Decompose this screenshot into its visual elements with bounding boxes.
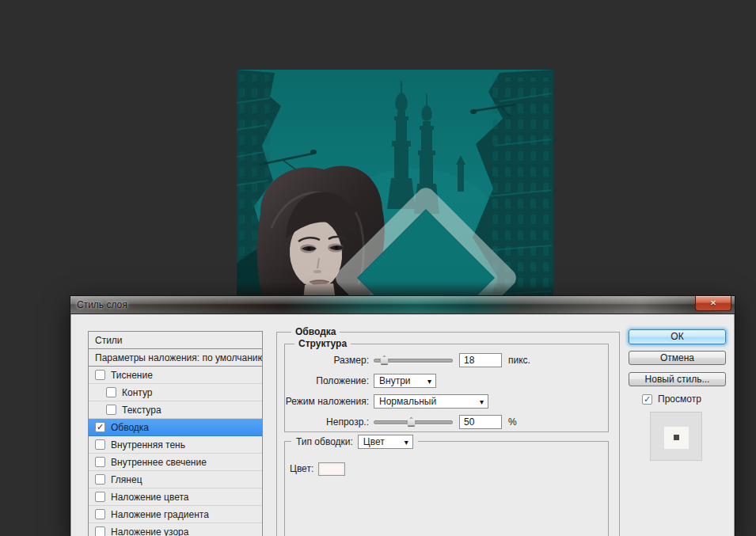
size-unit: пикс. — [508, 355, 530, 366]
opacity-row: Непрозр.: % — [285, 414, 608, 430]
document-canvas — [237, 70, 553, 317]
chevron-down-icon: ▾ — [427, 374, 431, 388]
fill-type-label: Тип обводки: — [296, 436, 358, 447]
opacity-slider-thumb[interactable] — [406, 417, 416, 427]
item-label: Наложение цвета — [111, 492, 188, 503]
size-row: Размер: пикс. — [285, 352, 608, 368]
chevron-down-icon: ▾ — [405, 435, 408, 449]
sidebar-item-внутренняя-тень[interactable]: Внутренняя тень — [89, 436, 262, 454]
position-label: Положение: — [285, 375, 374, 386]
size-input[interactable] — [459, 353, 502, 367]
cancel-button[interactable]: Отмена — [629, 351, 726, 365]
new-style-button[interactable]: Новый стиль... — [629, 372, 726, 386]
blend-mode-dropdown[interactable]: Нормальный ▾ — [374, 394, 488, 409]
item-label: Контур — [122, 387, 152, 398]
item-checkbox[interactable] — [106, 405, 116, 415]
sidebar-item-контур[interactable]: Контур — [89, 384, 262, 401]
style-preview-fill — [674, 435, 679, 440]
opacity-label: Непрозр.: — [285, 416, 374, 428]
item-label: Наложение градиента — [111, 509, 209, 520]
preview-checkbox-row[interactable]: ✓ Просмотр — [642, 393, 701, 405]
structure-group-title: Структура — [294, 338, 351, 349]
item-checkbox[interactable] — [95, 474, 105, 485]
size-slider[interactable] — [374, 354, 453, 367]
sidebar-item-внутреннее-свечение[interactable]: Внутреннее свечение — [89, 454, 262, 471]
item-label: Обводка — [111, 422, 149, 433]
item-checkbox[interactable] — [95, 439, 105, 450]
size-slider-thumb[interactable] — [379, 355, 389, 365]
item-checkbox[interactable] — [95, 370, 105, 380]
layer-style-dialog: Стиль слоя ✕ СтилиПараметры наложения: п… — [70, 295, 735, 536]
item-checkbox[interactable] — [95, 509, 105, 519]
layer-style-list: СтилиПараметры наложения: по умолчаниюТи… — [88, 331, 263, 536]
fill-type-dropdown[interactable]: Цвет ▾ — [358, 435, 413, 449]
style-preview-thumbnail — [650, 412, 702, 461]
check-icon: ✓ — [644, 394, 651, 404]
blend-mode-label: Режим наложения: — [285, 396, 374, 407]
item-checkbox[interactable] — [95, 457, 105, 467]
dialog-title: Стиль слоя — [77, 299, 127, 310]
structure-group: Структура Размер: пикс. Положение: Внутр… — [284, 344, 609, 432]
opacity-slider[interactable] — [374, 416, 453, 428]
sidebar-item-обводка[interactable]: ✓Обводка — [89, 419, 262, 436]
fill-type-value: Цвет — [363, 436, 385, 447]
preview-checkbox[interactable]: ✓ — [642, 394, 652, 405]
preview-label: Просмотр — [658, 393, 701, 405]
sidebar-item-глянец[interactable]: Глянец — [89, 471, 262, 488]
item-label: Стили — [95, 335, 123, 346]
canvas-artwork — [237, 70, 553, 317]
position-row: Положение: Внутри ▾ — [285, 373, 608, 389]
item-label: Тиснение — [111, 370, 153, 381]
item-checkbox[interactable] — [95, 526, 105, 536]
opacity-input[interactable] — [459, 415, 502, 429]
stroke-color-swatch[interactable] — [318, 462, 345, 476]
item-label: Глянец — [111, 474, 142, 485]
stroke-group-title: Обводка — [291, 326, 340, 337]
item-label: Внутренняя тень — [111, 439, 185, 450]
item-checkbox[interactable] — [95, 492, 105, 502]
sidebar-item-стили[interactable]: Стили — [89, 332, 262, 349]
size-label: Размер: — [285, 355, 374, 366]
close-icon: ✕ — [710, 298, 716, 307]
position-dropdown[interactable]: Внутри ▾ — [374, 374, 436, 388]
blend-mode-value: Нормальный — [379, 396, 436, 407]
close-button[interactable]: ✕ — [695, 296, 731, 311]
blend-mode-row: Режим наложения: Нормальный ▾ — [285, 393, 608, 409]
ok-button[interactable]: ОК — [629, 329, 726, 344]
item-label: Наложение узора — [111, 526, 188, 536]
item-label: Внутреннее свечение — [111, 457, 207, 468]
dialog-titlebar[interactable]: Стиль слоя — [70, 296, 735, 314]
item-label: Текстура — [122, 405, 161, 416]
sidebar-item-параметры-наложения-по-умолчанию[interactable]: Параметры наложения: по умолчанию — [89, 349, 262, 367]
style-preview-stroke — [664, 427, 689, 449]
color-row: Цвет: — [290, 461, 345, 477]
chevron-down-icon: ▾ — [480, 395, 484, 409]
fill-type-group: Тип обводки: Цвет ▾ Цвет: — [284, 441, 609, 536]
item-checkbox[interactable] — [106, 387, 116, 397]
sidebar-item-наложение-градиента[interactable]: Наложение градиента — [89, 506, 262, 523]
sidebar-item-текстура[interactable]: Текстура — [89, 401, 262, 419]
sidebar-item-наложение-цвета[interactable]: Наложение цвета — [89, 488, 262, 506]
opacity-unit: % — [508, 416, 517, 428]
sidebar-item-наложение-узора[interactable]: Наложение узора — [89, 523, 262, 536]
position-value: Внутри — [379, 375, 411, 386]
item-label: Параметры наложения: по умолчанию — [95, 352, 263, 363]
color-label: Цвет: — [290, 463, 318, 474]
sidebar-item-тиснение[interactable]: Тиснение — [89, 367, 262, 384]
item-checkbox[interactable]: ✓ — [95, 422, 105, 432]
